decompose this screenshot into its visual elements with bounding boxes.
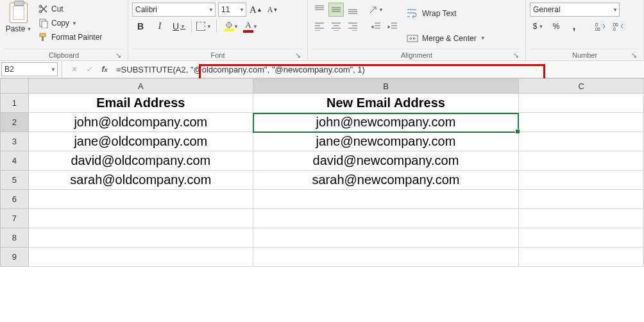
cell-B1[interactable]: New Email Address: [253, 94, 519, 113]
cell-A5[interactable]: sarah@oldcompany.com: [28, 171, 253, 190]
row-header-4[interactable]: 4: [1, 151, 29, 171]
cell-B7[interactable]: [253, 209, 519, 228]
number-format-combo[interactable]: General ▼: [530, 3, 620, 17]
align-bottom-icon: [348, 5, 358, 14]
enter-formula-button[interactable]: ✓: [81, 62, 97, 76]
paste-button[interactable]: Paste ▼: [4, 1, 33, 49]
row-header-3[interactable]: 3: [1, 132, 29, 151]
row-header-7[interactable]: 7: [1, 209, 29, 228]
svg-text:.00: .00: [594, 27, 600, 31]
cell-C9[interactable]: [519, 248, 644, 267]
chevron-down-icon[interactable]: ▼: [208, 3, 214, 16]
dialog-launcher-clipboard[interactable]: ↘: [114, 51, 123, 60]
col-header-A[interactable]: A: [28, 79, 253, 94]
cell-A6[interactable]: [28, 190, 253, 209]
dialog-launcher-number[interactable]: ↘: [629, 51, 638, 60]
col-header-B[interactable]: B: [253, 79, 519, 94]
cell-B3[interactable]: jane@newcompany.com: [253, 132, 519, 151]
row-header-8[interactable]: 8: [1, 228, 29, 248]
chevron-down-icon[interactable]: ▼: [613, 3, 618, 16]
align-right-icon: [348, 22, 358, 31]
row-header-1[interactable]: 1: [1, 94, 29, 113]
outdent-icon: [371, 22, 381, 31]
chevron-down-icon[interactable]: ▼: [239, 3, 244, 16]
row-header-9[interactable]: 9: [1, 248, 29, 267]
spreadsheet-grid[interactable]: A B C 1 Email Address New Email Address …: [0, 78, 644, 267]
align-top-button[interactable]: [312, 3, 327, 17]
italic-button[interactable]: I: [151, 19, 168, 33]
select-all-corner[interactable]: [1, 79, 29, 94]
cell-A9[interactable]: [28, 248, 253, 267]
font-color-button[interactable]: A ▼: [240, 19, 257, 33]
wrap-text-button[interactable]: Wrap Text: [407, 6, 486, 21]
cell-C3[interactable]: [519, 132, 644, 151]
row-header-2[interactable]: 2: [1, 113, 29, 132]
cell-B2[interactable]: john@newcompany.com: [253, 113, 519, 132]
cut-label: Cut: [51, 4, 64, 13]
cell-A3[interactable]: jane@oldcompany.com: [28, 132, 253, 151]
cell-B8[interactable]: [253, 228, 519, 248]
underline-button[interactable]: U▼: [171, 19, 187, 33]
align-middle-button[interactable]: [328, 3, 344, 17]
font-size-combo[interactable]: 11 ▼: [218, 3, 246, 17]
cell-B6[interactable]: [253, 190, 519, 209]
cell-A7[interactable]: [28, 209, 253, 228]
borders-button[interactable]: ▼: [196, 19, 212, 33]
increase-font-button[interactable]: A▲: [249, 3, 263, 17]
cell-A2[interactable]: john@oldcompany.com: [28, 113, 253, 132]
cell-C5[interactable]: [519, 171, 644, 190]
increase-indent-button[interactable]: [385, 19, 400, 33]
decrease-font-button[interactable]: A▼: [266, 3, 280, 17]
group-alignment: ▼ Wrap Text Merge & Cent: [308, 0, 526, 60]
insert-function-button[interactable]: fx: [97, 62, 112, 76]
chevron-down-icon[interactable]: ▼: [51, 63, 56, 76]
fill-color-button[interactable]: ▼: [221, 19, 237, 33]
column-headers[interactable]: A B C: [1, 79, 644, 94]
cell-C1[interactable]: [519, 94, 644, 113]
align-right-button[interactable]: [345, 19, 360, 33]
bold-button[interactable]: B: [132, 19, 149, 33]
dialog-launcher-font[interactable]: ↘: [293, 51, 302, 60]
row-header-5[interactable]: 5: [1, 171, 29, 190]
orientation-icon: [368, 5, 378, 14]
align-center-button[interactable]: [328, 19, 344, 33]
cell-C2[interactable]: [519, 113, 644, 132]
copy-button[interactable]: Copy ▼: [37, 17, 103, 30]
align-left-button[interactable]: [312, 19, 327, 33]
dialog-launcher-alignment[interactable]: ↘: [511, 51, 520, 60]
format-painter-label: Format Painter: [51, 33, 102, 42]
col-header-C[interactable]: C: [519, 79, 644, 94]
cut-button[interactable]: Cut: [37, 3, 103, 15]
cell-C6[interactable]: [519, 190, 644, 209]
cell-B5[interactable]: sarah@newcompany.com: [253, 171, 519, 190]
align-top-icon: [314, 5, 325, 14]
paste-label: Paste: [6, 24, 26, 33]
cell-C7[interactable]: [519, 209, 644, 228]
cell-A4[interactable]: david@oldcompany.com: [28, 151, 253, 171]
percent-format-button[interactable]: %: [548, 19, 564, 33]
increase-decimal-button[interactable]: .0.00: [591, 19, 608, 33]
merge-center-button[interactable]: Merge & Center ▼: [407, 31, 486, 46]
cancel-formula-button[interactable]: ✕: [66, 62, 81, 76]
cell-C8[interactable]: [519, 228, 644, 248]
cell-C4[interactable]: [519, 151, 644, 171]
name-box[interactable]: B2 ▼: [1, 62, 58, 76]
align-middle-icon: [331, 5, 341, 14]
formula-input[interactable]: =SUBSTITUTE(A2, "@oldcompany.com", "@new…: [112, 62, 644, 77]
bucket-icon: [225, 21, 233, 29]
format-painter-button[interactable]: Format Painter: [37, 31, 103, 44]
number-format-value: General: [533, 5, 561, 14]
row-header-6[interactable]: 6: [1, 190, 29, 209]
cell-A8[interactable]: [28, 228, 253, 248]
font-name-combo[interactable]: Calibri ▼: [132, 3, 216, 17]
cell-B9[interactable]: [253, 248, 519, 267]
align-bottom-button[interactable]: [345, 3, 360, 17]
cell-B4[interactable]: david@newcompany.com: [253, 151, 519, 171]
accounting-format-button[interactable]: $▼: [530, 19, 547, 33]
cell-A1[interactable]: Email Address: [28, 94, 253, 113]
decrease-decimal-button[interactable]: .00.0: [609, 19, 626, 33]
svg-rect-5: [42, 37, 44, 41]
comma-format-button[interactable]: ,: [566, 19, 582, 33]
orientation-button[interactable]: ▼: [368, 3, 384, 17]
decrease-indent-button[interactable]: [368, 19, 384, 33]
